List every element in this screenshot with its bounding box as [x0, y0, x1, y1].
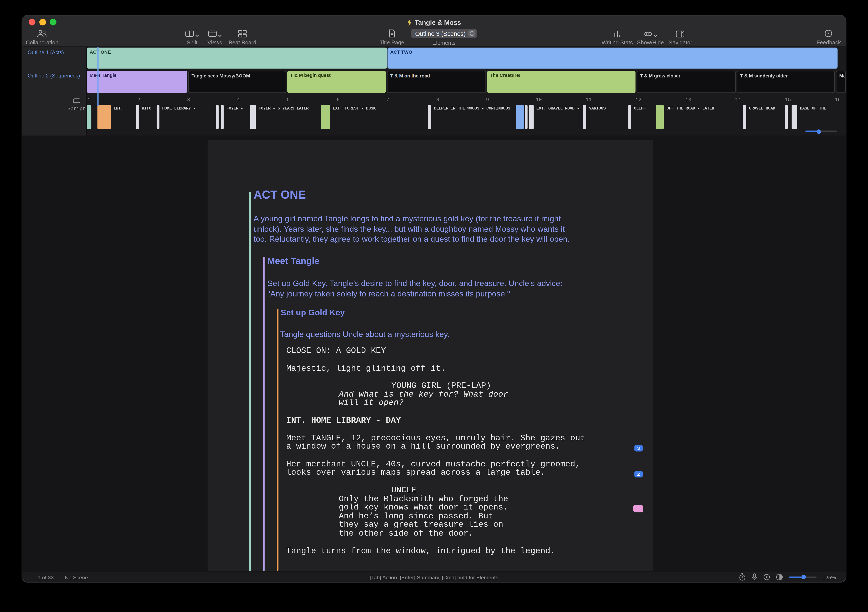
beat-synopsis[interactable]: Tangle questions Uncle about a mysteriou… — [280, 329, 612, 339]
ruler-page-number: 3 — [187, 97, 190, 103]
toolbar-title-page[interactable]: Title Page — [380, 29, 404, 45]
scene-heading-label: INT. — [113, 106, 123, 111]
ruler-page-number: 10 — [536, 97, 542, 103]
ruler-page-number: 12 — [636, 97, 642, 103]
script-character[interactable]: YOUNG GIRL (PRE-LAP) — [391, 382, 629, 391]
scene-heading-label: DEEPER IN THE WOODS - CONTINUOUS — [434, 106, 510, 111]
sequence-bar[interactable]: Mo — [836, 71, 846, 93]
split-icon — [185, 30, 194, 38]
scene-block[interactable] — [516, 105, 524, 129]
timeline-region: Outline 1 (Acts) Outline 2 (Sequences) S… — [22, 47, 846, 136]
views-icon — [208, 30, 217, 38]
scene-block[interactable] — [743, 105, 746, 129]
act-bar[interactable]: ACT ONE — [87, 48, 387, 68]
sequence-synopsis[interactable]: Set up Gold Key. Tangle’s desire to find… — [267, 278, 605, 299]
timeline-zoom-slider[interactable] — [805, 130, 837, 132]
sequence-bar[interactable]: Tangle sees Mossy/BOOM — [188, 71, 286, 93]
sequence-bar[interactable]: T & M on the road — [387, 71, 486, 93]
script-action[interactable]: Tangle turns from the window, intrigued … — [286, 547, 629, 556]
toolbar-show-hide-label: Show/Hide — [637, 39, 664, 45]
toolbar-collaboration[interactable]: Collaboration — [26, 29, 58, 45]
acts-track[interactable]: ACT ONEACT TWO — [22, 48, 846, 70]
act-synopsis[interactable]: A young girl named Tangle longs to find … — [254, 213, 608, 244]
chevron-down-icon — [654, 34, 657, 38]
sequence-bar[interactable]: T & M suddenly older — [737, 71, 835, 93]
note-badge[interactable] — [633, 505, 643, 512]
script-scene-heading[interactable]: INT. HOME LIBRARY - DAY — [286, 417, 629, 425]
focus-mode-icon[interactable] — [763, 574, 770, 580]
sequence-bar[interactable]: T & M grow closer — [637, 71, 736, 93]
app-window: Tangle & Moss Collaboration Split Views — [22, 15, 846, 582]
scene-heading-label: EXT. GRAVEL ROAD - — [536, 106, 579, 111]
microphone-icon[interactable] — [752, 573, 757, 581]
toolbar-split[interactable]: Split — [185, 29, 199, 45]
scenes-track[interactable]: INT.KITCHOME LIBRARY -FOYER -FOYER - 5 Y… — [22, 105, 846, 130]
page-ruler[interactable]: 12345678910111213141516 — [22, 94, 846, 105]
scene-block[interactable] — [250, 105, 256, 129]
outline-mode-select[interactable]: Outline 3 (Scenes) — [411, 29, 477, 38]
toolbar-feedback[interactable]: Feedback — [817, 29, 841, 45]
scene-block[interactable] — [525, 105, 528, 129]
revision-badge[interactable]: 3 — [634, 445, 643, 451]
sequence-bar[interactable]: Meet Tangle — [87, 71, 187, 93]
scene-block[interactable] — [216, 105, 219, 129]
ruler-page-number: 11 — [586, 97, 592, 103]
script-page[interactable]: ACT ONE A young girl named Tangle longs … — [208, 140, 653, 571]
ruler-page-number: 9 — [486, 97, 489, 103]
ruler-page-number: 4 — [237, 97, 240, 103]
script-action[interactable]: CLOSE ON: A GOLD KEY — [286, 347, 629, 355]
script-text[interactable]: CLOSE ON: A GOLD KEYMajestic, light glin… — [286, 347, 629, 564]
scene-block[interactable] — [529, 105, 533, 129]
toolbar-elements-label: Elements — [432, 40, 456, 46]
script-action[interactable]: Her merchant UNCLE, 40s, curved mustache… — [286, 460, 629, 477]
script-action[interactable]: Meet TANGLE, 12, precocious eyes, unruly… — [286, 434, 629, 451]
sequences-track[interactable]: Meet TangleTangle sees Mossy/BOOMT & M b… — [22, 71, 846, 94]
scene-block[interactable] — [87, 105, 91, 129]
act-color-line — [249, 192, 251, 571]
timeline-playhead[interactable] — [98, 47, 98, 106]
feedback-icon — [825, 29, 833, 37]
toolbar-writing-stats[interactable]: Writing Stats — [601, 29, 633, 45]
scene-block[interactable] — [785, 105, 788, 129]
scene-block[interactable] — [221, 105, 223, 129]
title-page-icon — [388, 29, 395, 37]
editor-area[interactable]: ACT ONE A young girl named Tangle longs … — [22, 136, 846, 571]
scene-block[interactable] — [136, 105, 139, 129]
script-dialogue[interactable]: Only the Blacksmith who forged the gold … — [339, 495, 629, 538]
scene-block[interactable] — [428, 105, 431, 129]
collaboration-icon — [37, 29, 47, 37]
scene-block[interactable] — [321, 105, 330, 129]
scene-block[interactable] — [583, 105, 586, 129]
toolbar-beat-board[interactable]: Beat Board — [229, 29, 256, 45]
scene-block[interactable] — [628, 105, 631, 129]
sequence-bar[interactable]: T & M begin quest — [287, 71, 386, 93]
scene-block[interactable] — [792, 105, 797, 129]
timer-icon[interactable] — [739, 573, 746, 581]
status-bar: 1 of 33 No Scene [Tab] Action, [Enter] S… — [22, 571, 846, 582]
sequence-bar[interactable]: The Creature! — [487, 71, 636, 93]
act-bar[interactable]: ACT TWO — [388, 48, 838, 68]
revision-badge[interactable]: 2 — [634, 471, 643, 478]
act-heading[interactable]: ACT ONE — [254, 188, 306, 201]
dark-mode-icon[interactable] — [776, 574, 783, 580]
script-dialogue-italic[interactable]: And what is the key for? What door will … — [339, 391, 629, 408]
zoom-slider[interactable] — [789, 576, 816, 578]
toolbar-collaboration-label: Collaboration — [26, 39, 58, 45]
toolbar-show-hide[interactable]: Show/Hide — [637, 29, 664, 45]
script-character[interactable]: UNCLE — [391, 486, 629, 495]
toolbar-writing-stats-label: Writing Stats — [601, 39, 633, 45]
scene-heading-label: VARIOUS — [589, 106, 606, 111]
toolbar-navigator[interactable]: Navigator — [668, 29, 692, 45]
keyboard-hint: [Tab] Action, [Enter] Summary, [Cmd] hol… — [22, 574, 846, 580]
script-action[interactable]: Majestic, light glinting off it. — [286, 364, 629, 373]
scene-block[interactable] — [157, 105, 160, 129]
sequence-heading[interactable]: Meet Tangle — [267, 255, 319, 266]
status-right: 125% — [739, 572, 836, 582]
toolbar-views[interactable]: Views — [208, 29, 222, 45]
scene-heading-label: KITC — [142, 106, 151, 111]
scene-block[interactable] — [98, 105, 111, 129]
zoom-slider-handle[interactable] — [801, 575, 806, 579]
scene-block[interactable] — [656, 105, 664, 129]
scene-heading-label: OFF THE ROAD - LATER — [666, 106, 714, 111]
beat-heading[interactable]: Set up Gold Key — [281, 308, 345, 317]
